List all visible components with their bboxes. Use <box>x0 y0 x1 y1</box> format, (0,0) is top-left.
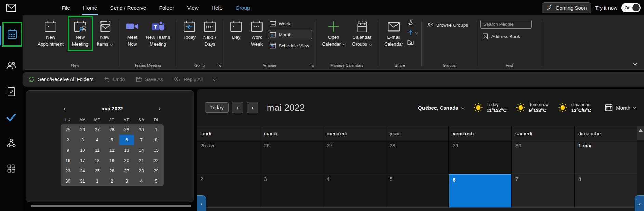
month-view-button[interactable]: Month <box>268 30 312 39</box>
mini-date-cell[interactable]: 26 <box>105 165 119 176</box>
toolbar-overflow-chevron-icon[interactable] <box>213 78 216 81</box>
mini-date-cell[interactable]: 29 <box>149 165 163 176</box>
mini-date-cell[interactable]: 24 <box>75 165 90 176</box>
mini-date-cell[interactable]: 10 <box>75 145 90 155</box>
day-view-button[interactable]: Day <box>227 18 246 41</box>
mini-date-cell[interactable]: 18 <box>90 155 105 165</box>
menu-view[interactable]: View <box>186 1 199 14</box>
mini-date-cell[interactable]: 27 <box>119 165 134 176</box>
mini-date-cell[interactable]: 29 <box>119 124 134 135</box>
calendar-module-icon[interactable] <box>7 29 18 40</box>
next-month-button[interactable]: › <box>247 102 258 113</box>
browse-groups-button[interactable]: Browse Groups <box>425 20 471 30</box>
send-receive-all-button[interactable]: Send/Receive All Folders <box>28 76 93 83</box>
todo-module-icon[interactable] <box>0 113 23 122</box>
meet-now-button[interactable]: Meet Now <box>123 18 142 48</box>
mini-date-cell[interactable]: 23 <box>61 165 75 176</box>
mini-date-cell[interactable]: 16 <box>61 155 75 165</box>
work-week-view-button[interactable]: Work Week <box>247 18 266 48</box>
mini-date-cell[interactable]: 4 <box>90 135 105 145</box>
day-cell[interactable]: 8 <box>574 174 637 207</box>
apps-module-icon[interactable] <box>0 164 23 173</box>
mini-date-cell[interactable]: 25 <box>90 165 105 176</box>
schedule-view-button[interactable]: Schedule View <box>268 41 312 50</box>
mini-date-cell[interactable]: 28 <box>105 124 119 135</box>
new-teams-meeting-button[interactable]: T New Teams Meeting <box>143 18 173 48</box>
mini-date-cell[interactable]: 15 <box>149 145 163 155</box>
next-7-days-button[interactable]: Next 7 Days <box>200 18 219 48</box>
dialog-launcher-icon[interactable] <box>310 63 314 67</box>
people-module-icon[interactable] <box>0 61 23 70</box>
mini-date-cell[interactable]: 9 <box>61 145 75 155</box>
menu-send-receive[interactable]: Send / Receive <box>109 1 147 14</box>
address-book-button[interactable]: Address Book <box>480 32 523 41</box>
mini-date-cell[interactable]: 11 <box>90 145 105 155</box>
mail-app-icon[interactable] <box>6 3 16 12</box>
mini-date-cell[interactable]: 19 <box>105 155 119 165</box>
day-cell[interactable]: 26 <box>260 140 323 174</box>
mini-date-cell[interactable]: 26 <box>75 124 90 135</box>
view-selector-month[interactable]: Month <box>605 103 636 112</box>
mini-date-cell[interactable]: 14 <box>134 145 149 155</box>
mini-date-cell[interactable]: 27 <box>90 124 105 135</box>
day-cell[interactable]: 27 <box>323 140 386 174</box>
mini-date-cell[interactable]: 17 <box>75 155 90 165</box>
org-groups-module-icon[interactable] <box>0 138 23 148</box>
mini-date-cell[interactable]: 5 <box>105 135 119 145</box>
coming-soon-button[interactable]: Coming Soon <box>542 2 591 13</box>
new-appointment-button[interactable]: New Appointment <box>35 18 66 48</box>
today-ribbon-button[interactable]: Today <box>180 18 199 41</box>
menu-help[interactable]: Help <box>211 1 223 14</box>
day-cell[interactable]: 25 avr. <box>197 140 260 174</box>
mini-date-cell[interactable]: 3 <box>75 135 90 145</box>
new-meeting-button[interactable]: New Meeting <box>69 18 91 48</box>
mini-date-cell[interactable]: 12 <box>105 145 119 155</box>
menu-file[interactable]: File <box>61 1 71 14</box>
weather-location-selector[interactable]: Québec, Canada <box>418 105 464 111</box>
day-cell[interactable]: 4 <box>323 174 386 207</box>
new-items-button[interactable]: New Items <box>94 18 116 48</box>
mini-date-cell[interactable]: 8 <box>149 135 163 145</box>
day-cell[interactable]: 29 <box>448 140 511 174</box>
mini-date-cell[interactable]: 21 <box>134 155 149 165</box>
menu-home[interactable]: Home <box>82 1 98 14</box>
day-cell[interactable]: 6 <box>448 174 511 207</box>
undo-button[interactable]: Undo <box>104 76 125 83</box>
mini-date-cell[interactable]: 2 <box>105 176 119 186</box>
day-cell[interactable]: 7 <box>511 174 574 207</box>
calendar-groups-button[interactable]: Calendar Groups <box>349 18 374 48</box>
day-cell[interactable]: 2 <box>197 174 260 207</box>
mini-date-cell[interactable]: 22 <box>149 155 163 165</box>
email-calendar-button[interactable]: E-mail Calendar <box>381 18 406 48</box>
mini-date-cell[interactable]: 4 <box>134 176 149 186</box>
mini-date-cell[interactable]: 3 <box>119 176 134 186</box>
reply-all-button[interactable]: Reply All <box>173 76 203 83</box>
mini-next-month-icon[interactable]: › <box>156 105 164 112</box>
search-people-input[interactable] <box>480 20 532 29</box>
day-cell[interactable]: 1 mai <box>574 140 637 174</box>
mini-date-cell[interactable]: 1 <box>90 176 105 186</box>
save-as-button[interactable]: Save As <box>135 76 163 83</box>
day-cell[interactable]: 3 <box>260 174 323 207</box>
week-view-button[interactable]: Week <box>268 19 312 28</box>
mini-date-cell[interactable]: 7 <box>134 135 149 145</box>
day-cell[interactable]: 28 <box>386 140 448 174</box>
prev-month-button[interactable]: ‹ <box>232 102 243 113</box>
mini-date-cell[interactable]: 1 <box>149 124 163 135</box>
upload-calendar-button[interactable] <box>407 29 418 36</box>
next-appointment-tab[interactable]: › <box>635 195 644 211</box>
horizontal-scrollbar[interactable] <box>31 205 191 207</box>
mini-prev-month-icon[interactable]: ‹ <box>61 105 69 112</box>
day-cell[interactable]: 5 <box>386 174 448 207</box>
mini-date-cell[interactable]: 2 <box>61 135 75 145</box>
collapse-ribbon-chevron-icon[interactable] <box>632 62 638 66</box>
menu-group[interactable]: Group <box>235 1 251 14</box>
dialog-launcher-icon[interactable] <box>217 63 222 67</box>
mini-date-cell[interactable]: 20 <box>119 155 134 165</box>
share-calendar-icon[interactable] <box>407 20 418 26</box>
mini-date-cell[interactable]: 30 <box>61 176 75 186</box>
day-cell[interactable]: 30 <box>511 140 574 174</box>
today-button[interactable]: Today <box>205 102 229 113</box>
mini-date-cell[interactable]: 13 <box>119 145 134 155</box>
mini-date-cell[interactable]: 31 <box>75 176 90 186</box>
